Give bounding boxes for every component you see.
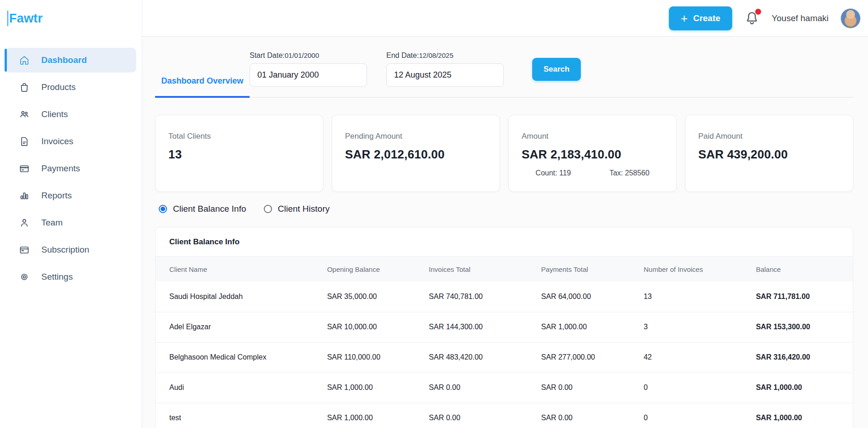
- avatar[interactable]: [840, 8, 861, 28]
- sidebar-item-label: Subscription: [41, 245, 89, 255]
- client-balance-table: Client Name Opening Balance Invoices Tot…: [156, 257, 853, 428]
- cell-opening-balance: SAR 1,000.00: [327, 403, 429, 428]
- sidebar-item-label: Products: [41, 82, 76, 92]
- column-header[interactable]: Balance: [756, 257, 853, 282]
- cell-balance: SAR 1,000.00: [756, 403, 853, 428]
- cell-invoice-count: 0: [644, 403, 756, 428]
- card-paid-amount: Paid Amount SAR 439,200.00: [685, 115, 853, 192]
- dashboard-content: Dashboard Overview Start Date:01/01/2000…: [142, 37, 868, 428]
- notifications-button[interactable]: [744, 10, 760, 27]
- cell-balance: SAR 153,300.00: [756, 312, 853, 342]
- table-row[interactable]: Audi SAR 1,000.00 SAR 0.00 SAR 0.00 0 SA…: [156, 372, 853, 403]
- table-row[interactable]: test SAR 1,000.00 SAR 0.00 SAR 0.00 0 SA…: [156, 403, 853, 428]
- start-date-group: Start Date:01/01/2000: [250, 51, 367, 87]
- sidebar-item-label: Invoices: [41, 136, 73, 146]
- sidebar-item-label: Dashboard: [41, 55, 87, 65]
- cell-client-name: Belghasoon Medical Complex: [156, 342, 327, 372]
- cell-invoice-count: 13: [644, 282, 756, 312]
- cell-payments-total: SAR 0.00: [541, 372, 644, 403]
- cell-client-name: Saudi Hospital Jeddah: [156, 282, 327, 312]
- cell-payments-total: SAR 277,000.00: [541, 342, 644, 372]
- main-area: + Create Yousef hamaki Dashboard Overvie…: [142, 0, 868, 428]
- user-name: Yousef hamaki: [772, 13, 829, 23]
- topbar: + Create Yousef hamaki: [142, 0, 868, 37]
- card-label: Paid Amount: [698, 132, 840, 141]
- cell-opening-balance: SAR 110,000.00: [327, 342, 429, 372]
- cell-balance: SAR 711,781.00: [756, 282, 853, 312]
- cell-opening-balance: SAR 10,000.00: [327, 312, 429, 342]
- table-row[interactable]: Belghasoon Medical Complex SAR 110,000.0…: [156, 342, 853, 372]
- gear-icon: [18, 271, 30, 283]
- cell-balance: SAR 1,000.00: [756, 372, 853, 403]
- card-label: Total Clients: [168, 132, 310, 141]
- cell-opening-balance: SAR 1,000.00: [327, 372, 429, 403]
- radio-unselected-icon: [264, 205, 272, 213]
- brand-logo-text: Fawtr: [9, 11, 43, 26]
- start-date-badge: 01/01/2000: [284, 51, 319, 59]
- end-date-input[interactable]: [386, 63, 504, 87]
- cell-invoices-total: SAR 0.00: [429, 372, 541, 403]
- column-header[interactable]: Number of Invoices: [644, 257, 756, 282]
- create-button[interactable]: + Create: [669, 6, 732, 30]
- sidebar-item-clients[interactable]: Clients: [5, 102, 136, 127]
- cell-client-name: Audi: [156, 372, 327, 403]
- card-icon: [18, 244, 30, 256]
- sidebar-item-subscription[interactable]: Subscription: [5, 237, 136, 262]
- view-toggle: Client Balance Info Client History: [155, 204, 853, 214]
- sidebar-item-team[interactable]: Team: [5, 210, 136, 235]
- column-header[interactable]: Invoices Total: [429, 257, 541, 282]
- card-value: SAR 2,012,610.00: [345, 147, 487, 162]
- document-icon: [18, 135, 30, 147]
- shopping-bag-icon: [18, 81, 30, 93]
- sidebar-item-reports[interactable]: Reports: [5, 183, 136, 208]
- cell-invoices-total: SAR 0.00: [429, 403, 541, 428]
- tab-label: Dashboard Overview: [161, 76, 243, 86]
- app-root: Fawtr Dashboard Products Clients: [0, 0, 868, 428]
- end-date-group: End Date:12/08/2025: [386, 51, 504, 87]
- bell-icon: [744, 21, 760, 28]
- cell-invoices-total: SAR 740,781.00: [429, 282, 541, 312]
- sidebar-item-settings[interactable]: Settings: [5, 265, 136, 289]
- cell-payments-total: SAR 64,000.00: [541, 282, 644, 312]
- column-header[interactable]: Client Name: [156, 257, 327, 282]
- radio-client-history[interactable]: Client History: [264, 204, 330, 214]
- table-row[interactable]: Saudi Hospital Jeddah SAR 35,000.00 SAR …: [156, 282, 853, 312]
- column-header[interactable]: Opening Balance: [327, 257, 429, 282]
- tab-dashboard-overview[interactable]: Dashboard Overview: [155, 65, 250, 97]
- sidebar-item-dashboard[interactable]: Dashboard: [5, 48, 136, 73]
- radio-label: Client Balance Info: [173, 204, 246, 214]
- invoice-count: Count: 119: [535, 169, 571, 177]
- card-label: Amount: [522, 132, 663, 141]
- person-icon: [18, 217, 30, 229]
- cell-payments-total: SAR 1,000.00: [541, 312, 644, 342]
- card-value: SAR 2,183,410.00: [522, 147, 663, 162]
- radio-client-balance-info[interactable]: Client Balance Info: [159, 204, 246, 214]
- column-header[interactable]: Payments Total: [541, 257, 644, 282]
- radio-selected-icon: [159, 205, 167, 213]
- card-amount: Amount SAR 2,183,410.00 Count: 119 Tax: …: [508, 115, 677, 192]
- tax-total: Tax: 258560: [609, 169, 649, 177]
- cell-client-name: Adel Elgazar: [156, 312, 327, 342]
- brand-logo[interactable]: Fawtr: [0, 0, 142, 37]
- bar-chart-icon: [18, 190, 30, 202]
- start-date-input[interactable]: [250, 63, 367, 87]
- card-total-clients: Total Clients 13: [155, 115, 323, 192]
- sidebar-item-products[interactable]: Products: [5, 75, 136, 100]
- cell-payments-total: SAR 0.00: [541, 403, 644, 428]
- logo-caret: [7, 11, 8, 26]
- cell-invoice-count: 42: [644, 342, 756, 372]
- cell-opening-balance: SAR 35,000.00: [327, 282, 429, 312]
- search-button[interactable]: Search: [532, 58, 581, 81]
- sidebar-item-label: Clients: [41, 109, 68, 119]
- sidebar-item-label: Team: [41, 218, 62, 228]
- plus-icon: +: [681, 12, 688, 24]
- cell-invoice-count: 3: [644, 312, 756, 342]
- create-button-label: Create: [693, 13, 720, 23]
- cell-balance: SAR 316,420.00: [756, 342, 853, 372]
- sidebar-item-payments[interactable]: Payments: [5, 156, 136, 181]
- end-date-badge: 12/08/2025: [419, 51, 453, 59]
- table-row[interactable]: Adel Elgazar SAR 10,000.00 SAR 144,300.0…: [156, 312, 853, 342]
- cell-invoice-count: 0: [644, 372, 756, 403]
- sidebar-item-invoices[interactable]: Invoices: [5, 129, 136, 154]
- cell-invoices-total: SAR 483,420.00: [429, 342, 541, 372]
